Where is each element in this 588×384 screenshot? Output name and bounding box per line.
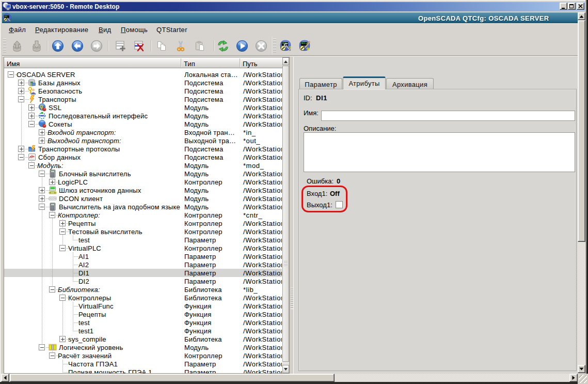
- svg-text:DCON: DCON: [49, 197, 56, 200]
